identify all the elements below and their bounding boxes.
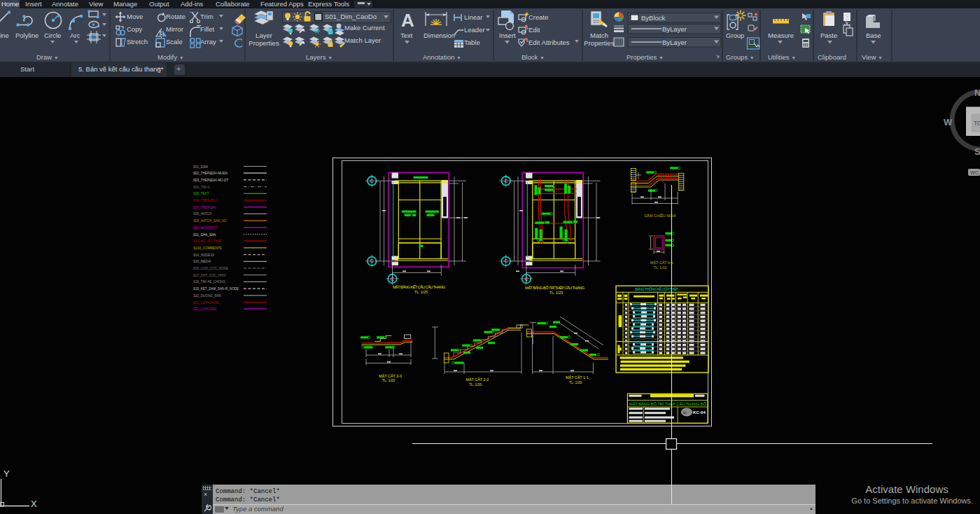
svg-text:C: C: [504, 179, 507, 183]
svg-text:S14_NODE-DI: S14_NODE-DI: [193, 253, 214, 257]
svg-text:TL: 1/20: TL: 1/20: [569, 380, 582, 384]
svg-text:MẶT CẮT 2-2: MẶT CẮT 2-2: [466, 377, 489, 382]
svg-text:MẶT CẮT 3-3: MẶT CẮT 3-3: [379, 373, 402, 378]
svg-text:TL: 1/20: TL: 1/20: [382, 378, 396, 382]
svg-text:S04_TIM-G: S04_TIM-G: [193, 186, 210, 189]
svg-text:ttp: ttp: [683, 411, 687, 415]
svg-text:A: A: [401, 10, 414, 31]
svg-text:S01_DAM: S01_DAM: [193, 165, 208, 169]
svg-text:MẶT CẮT 1-1: MẶT CẮT 1-1: [566, 375, 589, 380]
svg-text:S09_HATCH_SAN_NO: S09_HATCH_SAN_NO: [193, 219, 227, 223]
svg-text:WC: WC: [970, 169, 979, 176]
svg-text:S13A_COMMENTS: S13A_COMMENTS: [193, 246, 222, 250]
svg-text:C: C: [504, 258, 507, 263]
svg-text:S02_THEP&DAI-MUEN: S02_THEP&DAI-MUEN: [193, 172, 227, 175]
svg-text:TO: TO: [974, 120, 980, 127]
svg-text:S21_LOTHOONG: S21_LOTHOONG: [193, 301, 219, 305]
svg-text:S17_CHT_COC_NHOI: S17_CHT_COC_NHOI: [193, 274, 226, 277]
svg-text:S11_GHA_SAN: S11_GHA_SAN: [193, 233, 216, 237]
svg-text:S10_MONTGOT: S10_MONTGOT: [193, 226, 217, 230]
svg-text:S07_THEP-DAI: S07_THEP-DAI: [193, 206, 216, 209]
svg-text:MẶT CẮT b-b: MẶT CẮT b-b: [650, 260, 673, 265]
svg-text:S05_TEXT: S05_TEXT: [193, 192, 209, 195]
svg-text:S19_KET_DAM_SAN-R_NODE: S19_KET_DAM_SAN-R_NODE: [193, 287, 239, 291]
svg-text:N: N: [974, 88, 980, 98]
svg-text:S18_TIM-XE_CHONG: S18_TIM-XE_CHONG: [193, 280, 225, 284]
svg-text:TL: 1/20: TL: 1/20: [469, 382, 482, 387]
svg-text:TL: 1/10: TL: 1/10: [654, 265, 667, 270]
svg-text:KC-04: KC-04: [693, 410, 706, 415]
svg-text:TL: 1/25: TL: 1/25: [414, 290, 428, 294]
svg-text:MẶT BẰNG BỐ TRÍ THÉP CẦU THANG: MẶT BẰNG BỐ TRÍ THÉP CẦU THANG: [525, 285, 584, 290]
svg-text:S15_MEDAI: S15_MEDAI: [193, 260, 211, 263]
svg-text:C: C: [370, 179, 374, 183]
svg-text:Y: Y: [4, 468, 10, 479]
svg-text:S20_DUONG_RAN: S20_DUONG_RAN: [193, 294, 221, 298]
svg-text:W: W: [944, 117, 953, 127]
svg-text:S08_HATCH: S08_HATCH: [193, 212, 211, 216]
svg-text:MẶT BẰNG KẾT CẤU CẦU THANG: MẶT BẰNG KẾT CẤU CẦU THANG: [393, 284, 445, 289]
svg-text:MẶT BẰNG BỐ TRÍ THÉP CẤU THANG: MẶT BẰNG BỐ TRÍ THÉP CẤU THANG BỘ: [629, 401, 707, 406]
svg-text:S22_LUOI-GOC: S22_LUOI-GOC: [193, 307, 217, 311]
svg-text:S03_THEP&DAI-MO-DT: S03_THEP&DAI-MO-DT: [193, 179, 228, 182]
svg-text:S12_NO_KY_THAT: S12_NO_KY_THAT: [193, 239, 222, 243]
svg-text:S16_LUOI_COC_NODE: S16_LUOI_COC_NODE: [193, 267, 228, 270]
svg-text:X: X: [31, 499, 37, 509]
svg-text:S06_THEP-ON-1: S06_THEP-ON-1: [193, 199, 218, 202]
svg-text:TL: 1/25: TL: 1/25: [550, 291, 563, 295]
svg-text:S: S: [974, 146, 980, 157]
svg-text:C: C: [370, 258, 374, 263]
